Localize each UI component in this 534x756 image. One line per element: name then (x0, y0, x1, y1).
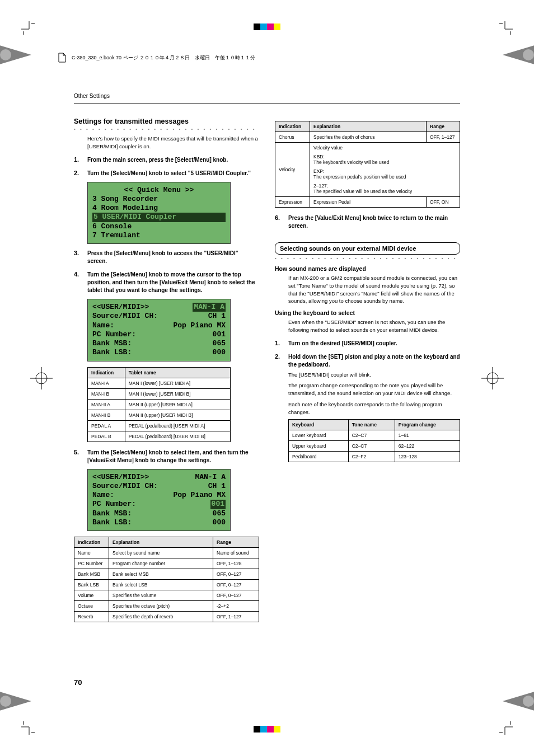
lcd-head-left: <<USER/MIDI>> (92, 303, 149, 312)
lcd-value: 065 (213, 339, 226, 348)
step-number: 3. (74, 250, 82, 265)
step-text: Turn the [Select/Menu] knob to move the … (87, 271, 259, 294)
section-heading: Settings for transmitted messages (74, 118, 259, 125)
step-text: Press the [Value/Exit Menu] knob twice t… (288, 214, 460, 230)
lcd-value: 065 (213, 509, 226, 518)
print-job-text: C-380_330_e.book 70 ページ ２０１０年４月２８日 水曜日 午… (72, 54, 255, 62)
step-subtext: The [USER/MIDI] coupler will blink. (288, 371, 460, 379)
step-2: 2. Turn the [Select/Menu] knob to select… (74, 170, 259, 177)
left-column: Settings for transmitted messages • • • … (74, 118, 259, 629)
intro-text: Here's how to specify the MIDI messages … (87, 135, 259, 151)
lcd-value: 001 (213, 330, 226, 339)
th: Range (213, 537, 259, 548)
step-number: 4. (74, 271, 82, 294)
table-row: PC NumberProgram change numberOFF, 1–128 (74, 558, 259, 569)
velocity-cell: Velocity (275, 143, 310, 197)
table-row: MAN-I AMAN I (lower) [USER MIDI A] (88, 378, 231, 388)
table-row: PEDAL APEDAL (pedalboard) [USER MIDI A] (88, 420, 231, 431)
table-row: MAN-II BMAN II (upper) [USER MIDI B] (88, 410, 231, 420)
step-subtext: The program change corresponding to the … (288, 382, 460, 397)
svg-point-21 (523, 696, 534, 707)
th: Tone name (348, 420, 395, 430)
th: Program change (395, 420, 460, 430)
print-job-header: C-380_330_e.book 70 ページ ２０１０年４月２８日 水曜日 午… (57, 53, 255, 63)
svg-rect-6 (267, 726, 274, 732)
lcd-value: 000 (213, 348, 226, 357)
th: Explanation (310, 121, 427, 132)
step-text: Press the [Select/Menu] knob to access t… (87, 250, 259, 265)
table-row: VolumeSpecifies the volumeOFF, 0–127 (74, 590, 259, 601)
table-row: Bank MSBBank select MSBOFF, 0–127 (74, 569, 259, 580)
svg-point-17 (0, 696, 11, 707)
lcd-value: Pop Piano MX (173, 321, 226, 330)
subheading: Using the keyboard to select (275, 309, 460, 316)
lcd-label: Bank MSB: (92, 509, 132, 518)
program-change-table: KeyboardTone nameProgram change Lower ke… (288, 419, 460, 462)
boxed-heading: Selecting sounds on your external MIDI d… (275, 242, 460, 255)
document-icon (57, 53, 67, 63)
table-row: OctaveSpecifies the octave (pitch)-2–+2 (74, 601, 259, 612)
step-number: 6. (275, 214, 283, 230)
lcd-label: Bank MSB: (92, 339, 132, 348)
step-4: 4. Turn the [Select/Menu] knob to move t… (74, 271, 259, 294)
svg-rect-0 (254, 24, 260, 30)
lcd-screenshot: << Quick Menu >> 3 Song Recorder 4 Room … (87, 182, 231, 245)
table-row: PedalboardC2–F2123–128 (289, 452, 460, 462)
step-number: 1. (275, 340, 283, 348)
step-5: 5. Turn the [Select/Menu] knob to select… (74, 449, 259, 464)
step-text: Turn the [Select/Menu] knob to select it… (87, 449, 259, 464)
step-text: From the main screen, press the [Select/… (87, 156, 228, 164)
gradient-wedge-icon (503, 691, 534, 711)
table-row: Lower keyboardC2–C71–61 (289, 430, 460, 441)
crop-mark-icon (499, 21, 513, 35)
lcd-value: CH 1 (208, 312, 226, 321)
lcd-label: Name: (92, 321, 114, 330)
crop-mark-icon (499, 721, 513, 735)
svg-rect-2 (267, 24, 274, 30)
th: Keyboard (289, 420, 349, 430)
lcd-head-left: <<USER/MIDI>> (92, 473, 149, 482)
page: C-380_330_e.book 70 ページ ２０１０年４月２８日 水曜日 午… (0, 0, 534, 756)
th: Indication (275, 121, 310, 132)
page-number: 70 (74, 678, 82, 687)
rule-icon (74, 104, 460, 104)
lcd-label: Name: (92, 491, 114, 500)
params-table-1: IndicationExplanationRange NameSelect by… (74, 537, 259, 622)
table-row: ChorusSpecifies the depth of chorusOFF, … (275, 132, 460, 143)
step-r1: 1. Turn on the desired [USER/MIDI] coupl… (275, 340, 460, 348)
step-number: 2. (74, 170, 82, 177)
lcd-head-right: MAN-I A (195, 473, 226, 482)
step-r2: 2. Hold down the [SET] piston and play a… (275, 353, 460, 369)
lcd-label: PC Number: (92, 500, 136, 509)
lcd-title: << Quick Menu >> (92, 186, 226, 195)
velocity-explanation: Velocity value KBD:The keyboard's veloci… (310, 143, 460, 197)
lcd-screenshot: <<USER/MIDI>>MAN-I A Source/MIDI CH:CH 1… (87, 469, 231, 532)
step-number: 2. (275, 353, 283, 369)
table-row: PEDAL BPEDAL (pedalboard) [USER MIDI B] (88, 431, 231, 442)
color-bar-icon (254, 726, 280, 732)
step-3: 3. Press the [Select/Menu] knob to acces… (74, 250, 259, 265)
lcd-label: Source/MIDI CH: (92, 312, 158, 321)
lcd-value: CH 1 (208, 482, 226, 491)
table-row: MAN-I BMAN I (lower) [USER MIDI B] (88, 388, 231, 399)
color-bar-icon (254, 24, 280, 30)
lcd-head-right: MAN-I A (193, 303, 226, 312)
registration-mark-icon (30, 367, 53, 389)
lcd-screenshot: <<USER/MIDI>>MAN-I A Source/MIDI CH:CH 1… (87, 299, 231, 361)
dotted-rule: • • • • • • • • • • • • • • • • • • • • … (74, 126, 259, 132)
step-1: 1. From the main screen, press the [Sele… (74, 156, 259, 164)
gradient-wedge-icon (0, 691, 31, 711)
svg-rect-7 (274, 726, 280, 732)
lcd-label: Bank LSB: (92, 518, 132, 527)
lcd-line-selected: 5 USER/MIDI Coupler (92, 213, 226, 222)
step-number: 5. (74, 449, 82, 464)
lcd-label: PC Number: (92, 330, 136, 339)
th: Explanation (109, 537, 213, 548)
step-number: 1. (74, 156, 82, 164)
body-text: Even when the "USER/MIDI" screen is not … (288, 318, 460, 334)
step-text: Hold down the [SET] piston and play a no… (288, 353, 460, 369)
svg-rect-1 (260, 24, 267, 30)
table-row: MAN-II AMAN II (upper) [USER MIDI A] (88, 399, 231, 410)
lcd-line: 4 Room Modeling (92, 204, 226, 213)
step-text: Turn on the desired [USER/MIDI] coupler. (288, 340, 397, 348)
